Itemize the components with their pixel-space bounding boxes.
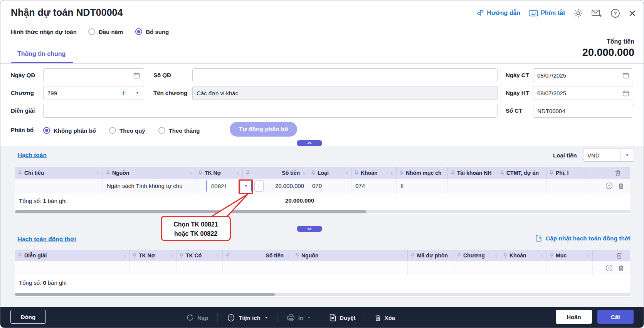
delete-column-icon[interactable]: ×	[616, 252, 622, 259]
reload-button[interactable]: Nạp	[186, 314, 208, 321]
col-chuong[interactable]: Chương↑↓	[454, 250, 500, 261]
cell-ma-du-phong[interactable]	[408, 261, 454, 275]
radio-khong-phan-bo[interactable]: Không phân bổ	[43, 127, 96, 134]
radio-circle-checked[interactable]	[43, 127, 50, 134]
hach-toan-section-link[interactable]: Hạch toán	[18, 152, 47, 159]
auto-allocate-button[interactable]: Tự động phân bổ	[230, 122, 297, 137]
delete-row-icon[interactable]	[618, 183, 624, 189]
pin-icon[interactable]	[400, 170, 404, 176]
dong-thoi-empty-row[interactable]	[15, 261, 630, 275]
cell-tk-no[interactable]	[129, 261, 177, 275]
gear-icon[interactable]	[573, 8, 583, 18]
pin-icon[interactable]	[18, 253, 22, 258]
cell-loai[interactable]: 070	[308, 179, 351, 193]
col-so-tien[interactable]: Số tiền↑↓	[243, 167, 308, 179]
pin-icon[interactable]	[246, 170, 250, 176]
hscrollbar-thumb[interactable]	[15, 293, 275, 296]
sort-icon[interactable]: ↑↓	[97, 171, 99, 175]
sort-icon[interactable]: ↑↓	[286, 253, 289, 258]
utilities-button[interactable]: Tiện ích ▼	[227, 314, 267, 322]
radio-theo-quy[interactable]: Theo quý	[109, 127, 145, 134]
pin-icon[interactable]	[226, 253, 230, 258]
sort-icon[interactable]: ↑↓	[237, 171, 239, 175]
cell-khoan[interactable]	[500, 261, 546, 275]
sort-icon[interactable]: ↑↓	[390, 171, 393, 175]
update-simultaneous-link[interactable]: Cập nhật hạch toán đồng thời	[535, 235, 631, 242]
cell-phi[interactable]	[546, 179, 585, 193]
chuong-combo-input[interactable]: 799 + ▼	[43, 86, 144, 100]
cell-dien-giai[interactable]	[15, 261, 129, 275]
print-button[interactable]: In ▼	[287, 314, 311, 321]
close-icon[interactable]: ×	[629, 8, 636, 18]
radio-bo-sung[interactable]: Bổ sung	[135, 28, 169, 35]
currency-dropdown-button[interactable]: ▼	[620, 149, 634, 161]
pin-icon[interactable]	[451, 170, 455, 176]
close-button[interactable]: Đóng	[10, 310, 46, 324]
pin-icon[interactable]	[180, 253, 183, 258]
pin-icon[interactable]	[500, 170, 504, 176]
col-khoan[interactable]: Khoản↑↓	[500, 250, 546, 261]
cell-tai-khoan-nh[interactable]	[448, 179, 497, 193]
pin-icon[interactable]	[503, 253, 507, 258]
postpone-button[interactable]: Hoãn	[556, 310, 592, 324]
col-tk-co[interactable]: TK Có↑↓	[177, 250, 223, 261]
tab-thong-tin-chung[interactable]: Thông tin chung	[17, 51, 66, 57]
ngay-ct-input[interactable]: 08/07/2025	[533, 68, 633, 82]
save-button[interactable]: Cất	[597, 310, 634, 324]
delete-column-icon[interactable]: ×	[615, 170, 621, 176]
sort-icon[interactable]: ↑↓	[494, 253, 497, 258]
delete-row-icon[interactable]	[618, 265, 624, 271]
cell-khoan[interactable]: 074	[351, 179, 397, 193]
cell-nguon[interactable]: Ngân sách Tỉnh không tự chủ	[103, 179, 195, 193]
delete-button[interactable]: Xóa	[375, 314, 395, 321]
help-icon[interactable]: ?	[610, 8, 620, 18]
col-nhom-muc-chi[interactable]: Nhóm mục ch	[397, 167, 448, 179]
col-nguon[interactable]: Nguồn↑↓	[103, 167, 195, 179]
cell-tk-co[interactable]	[177, 261, 223, 275]
shortcuts-link[interactable]: Phím tắt	[529, 10, 565, 17]
sort-icon[interactable]: ↑↓	[170, 253, 173, 258]
cell-ctmt-du-an[interactable]	[497, 179, 546, 193]
col-dien-giai[interactable]: Diễn giải↑↓	[15, 250, 129, 261]
sort-icon[interactable]: ↑↓	[540, 253, 543, 258]
pin-icon[interactable]	[355, 170, 358, 176]
radio-dau-nam[interactable]: Đầu năm	[88, 28, 123, 35]
ngay-ht-input[interactable]: 08/07/2025	[533, 86, 633, 100]
sort-icon[interactable]: ↑↓	[345, 171, 348, 175]
cell-so-tien[interactable]	[223, 261, 292, 275]
send-mail-icon[interactable]	[592, 9, 602, 17]
sort-icon[interactable]: ↑↓	[587, 253, 589, 258]
sort-icon[interactable]: ↑↓	[217, 253, 219, 258]
so-ct-input[interactable]: NDT00004	[533, 104, 633, 118]
radio-circle-checked[interactable]	[135, 28, 142, 35]
ngay-qd-input[interactable]	[43, 68, 144, 82]
pin-icon[interactable]	[457, 253, 461, 258]
cell-muc[interactable]	[546, 261, 593, 275]
cell-nguon[interactable]	[292, 261, 408, 275]
radio-circle[interactable]	[158, 127, 165, 134]
add-row-icon[interactable]	[605, 182, 613, 189]
pin-icon[interactable]	[311, 170, 315, 176]
guide-link[interactable]: Hướng dẫn	[476, 9, 520, 17]
dien-giai-input[interactable]	[43, 104, 498, 118]
col-khoan[interactable]: Khoản↑↓	[351, 167, 397, 179]
sort-icon[interactable]: ↑↓	[189, 171, 192, 175]
pin-icon[interactable]	[198, 170, 202, 176]
radio-circle[interactable]	[109, 127, 116, 134]
pin-icon[interactable]	[18, 170, 22, 176]
cell-chuong[interactable]	[454, 261, 500, 275]
col-phi[interactable]: Phí, l	[546, 167, 585, 179]
calendar-icon[interactable]	[622, 72, 629, 79]
pin-icon[interactable]	[106, 170, 110, 176]
pin-icon[interactable]	[550, 253, 553, 258]
col-ctmt-du-an[interactable]: CTMT, dự án	[497, 167, 546, 179]
sort-icon[interactable]: ↑↓	[123, 253, 126, 258]
cell-nhom-muc-chi[interactable]: II	[397, 179, 448, 193]
pin-icon[interactable]	[133, 253, 136, 258]
col-muc[interactable]: Mục↑↓	[546, 250, 593, 261]
calendar-icon[interactable]	[133, 72, 140, 79]
pin-icon[interactable]	[295, 253, 299, 258]
tk-no-editor[interactable]: 00821 ▼ ⋮	[206, 180, 264, 192]
col-chi-tieu[interactable]: Chỉ tiêu↑↓	[15, 167, 103, 179]
expand-header-button[interactable]	[297, 226, 322, 232]
